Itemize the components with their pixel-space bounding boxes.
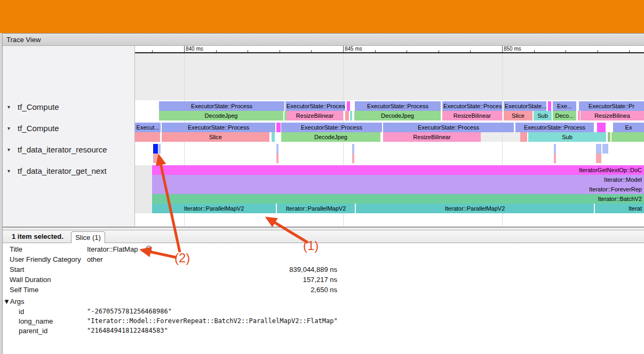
trace-slice[interactable]: ResizeBilinear — [383, 132, 481, 142]
collapse-triangle-icon[interactable]: ▾ — [7, 104, 10, 110]
trace-slice[interactable] — [158, 144, 161, 154]
track-label-text: tf_Compute — [18, 102, 59, 111]
details-panel-header: 1 item selected. Slice (1) — [0, 230, 644, 243]
trace-slice[interactable]: IteratorGetNextOp::DoC — [152, 165, 644, 175]
trace-slice[interactable] — [352, 144, 354, 154]
window-frame-edge — [0, 33, 3, 354]
trace-slice[interactable] — [554, 144, 556, 154]
trace-slice[interactable]: Deco... — [553, 111, 576, 120]
trace-slice[interactable] — [276, 123, 281, 132]
track-label-tf_data_iterator_get_next-3[interactable]: ▾tf_data_iterator_get_next — [0, 166, 134, 176]
track-row-tf-compute-1-ops: DecodeJpegResizeBilinearDecodeJpegResize… — [135, 111, 644, 120]
timeline-ruler[interactable]: 840 ms845 ms850 ms — [135, 46, 644, 53]
trace-slice[interactable]: Iterator::BatchV2 — [152, 194, 644, 204]
trace-slice[interactable] — [276, 154, 279, 163]
trace-slice[interactable] — [276, 144, 279, 154]
track-label-tf_Compute-1[interactable]: ▾tf_Compute — [0, 124, 134, 133]
trace-slice[interactable] — [602, 144, 608, 154]
trace-slice[interactable]: DecodeJpeg — [281, 132, 380, 142]
trace-slice[interactable]: ExecutorState::Process — [383, 123, 514, 132]
trace-slice[interactable] — [597, 123, 606, 132]
trace-slice[interactable] — [548, 101, 551, 111]
trace-slice[interactable] — [596, 144, 601, 154]
trace-slice[interactable]: Iterat — [595, 204, 644, 213]
ruler-minor-tick — [470, 50, 471, 52]
tab-slice[interactable]: Slice (1) — [71, 231, 105, 243]
detail-value: 157,217 ns — [87, 276, 337, 284]
trace-slice[interactable] — [596, 154, 601, 163]
ruler-tick-label: 845 ms — [345, 46, 362, 52]
timeline-canvas[interactable]: 840 ms845 ms850 ms ExecutorState::Proces… — [135, 46, 644, 227]
trace-slice[interactable]: Iterator::ParallelMapV2 — [356, 204, 594, 213]
ruler-minor-tick — [280, 50, 280, 52]
trace-slice[interactable] — [608, 132, 610, 142]
trace-slice[interactable]: Iterator::ParallelMapV2 — [277, 204, 355, 213]
slice-details-panel: TitleIterator::FlatMapUser Friendly Cate… — [0, 243, 644, 354]
trace-slice[interactable]: ResizeBilinea — [581, 111, 644, 120]
trace-slice[interactable] — [272, 132, 275, 142]
trace-slice[interactable] — [347, 101, 350, 111]
arg-label: long_name — [19, 317, 53, 325]
args-collapse-header[interactable]: ▼Args — [3, 297, 25, 305]
trace-slice[interactable]: Exe... — [553, 101, 576, 111]
detail-value: Iterator::FlatMap — [87, 245, 138, 253]
trace-slice[interactable] — [345, 111, 349, 120]
trace-slice[interactable] — [350, 111, 352, 120]
trace-slice[interactable] — [135, 132, 160, 142]
collapse-triangle-icon[interactable]: ▾ — [7, 168, 10, 174]
trace-view-area: ▾tf_Compute▾tf_Compute▾tf_data_iterator_… — [0, 46, 644, 227]
trace-slice[interactable] — [153, 144, 158, 154]
trace-slice[interactable]: DecodeJpeg — [159, 111, 283, 120]
ruler-major-tick — [184, 46, 185, 52]
track-row-tf-compute-2-executor: Execut...ExecutorState::ProcessExecutorS… — [135, 123, 644, 132]
trace-slice[interactable] — [554, 154, 556, 163]
detail-row: Self Time2,650 ns — [0, 285, 644, 295]
trace-slice[interactable]: Slice — [504, 111, 532, 120]
ruler-tick-label: 840 ms — [186, 46, 203, 52]
trace-slice[interactable]: ExecutorState::Process — [442, 101, 502, 111]
collapse-triangle-icon[interactable]: ▾ — [7, 147, 10, 152]
detail-label: Wall Duration — [10, 276, 51, 284]
ruler-minor-tick — [375, 50, 376, 52]
trace-slice[interactable]: DecodeJpeg — [354, 111, 441, 120]
trace-slice[interactable]: ResizeBilinear — [287, 111, 343, 120]
track-row-tf-compute-1-executor: ExecutorState::ProcessExecutorState::Pro… — [135, 101, 644, 111]
trace-slice[interactable]: Iterator::Model — [152, 175, 644, 184]
track-label-tf_Compute-0[interactable]: ▾tf_Compute — [0, 102, 134, 112]
collapse-triangle-icon[interactable]: ▾ — [7, 125, 10, 131]
trace-slice[interactable]: ExecutorState::Process — [285, 101, 345, 111]
trace-slice[interactable] — [352, 154, 354, 163]
trace-slice[interactable] — [578, 111, 580, 120]
trace-slice[interactable]: Sub — [534, 111, 552, 120]
ruler-minor-tick — [598, 50, 598, 52]
trace-view-header: Trace View — [0, 33, 644, 46]
trace-slice[interactable] — [153, 154, 158, 163]
track-row-iterator-resource-top — [135, 144, 644, 154]
ruler-minor-tick — [248, 50, 248, 52]
track-label-tf_data_iterator_resource-2[interactable]: ▾tf_data_iterator_resource — [0, 145, 134, 155]
trace-slice[interactable]: Slice — [162, 132, 269, 142]
trace-slice[interactable]: Execut... — [135, 123, 161, 132]
track-row-tf-compute-2-ops: SliceDecodeJpegResizeBilinearSub — [135, 132, 644, 142]
track-row-get-next-model: Iterator::Model — [135, 175, 644, 184]
horizontal-splitter[interactable] — [0, 227, 644, 230]
trace-slice[interactable]: ExecutorState::Process — [159, 101, 284, 111]
detail-value: 839,044,889 ns — [87, 266, 337, 273]
trace-slice[interactable] — [520, 132, 527, 142]
trace-slice[interactable] — [611, 132, 644, 142]
arg-value: "-2670575781256468986" — [87, 308, 172, 315]
trace-slice[interactable]: ExecutorState::Process — [355, 101, 441, 111]
trace-slice[interactable]: Iterator::ParallelMapV2 — [152, 204, 276, 213]
ruler-tick-label: 850 ms — [504, 46, 521, 52]
trace-slice[interactable]: ExecutorState::Process — [281, 123, 382, 132]
trace-slice[interactable]: ExecutorState::Process — [162, 123, 275, 132]
trace-slice[interactable]: ExecutorState::Pr — [579, 101, 644, 111]
trace-slice[interactable]: ResizeBilinear — [442, 111, 502, 120]
trace-slice[interactable]: Iterator::ForeverRep — [152, 184, 644, 194]
top-banner — [0, 0, 644, 33]
track-row-get-next-docompute: IteratorGetNextOp::DoC — [135, 165, 644, 175]
trace-slice[interactable]: Sub — [528, 132, 606, 142]
trace-slice[interactable]: ExecutorState... — [504, 101, 546, 111]
trace-slice[interactable]: Ex — [613, 123, 644, 132]
trace-slice[interactable]: ExecutorState::Process — [515, 123, 594, 132]
